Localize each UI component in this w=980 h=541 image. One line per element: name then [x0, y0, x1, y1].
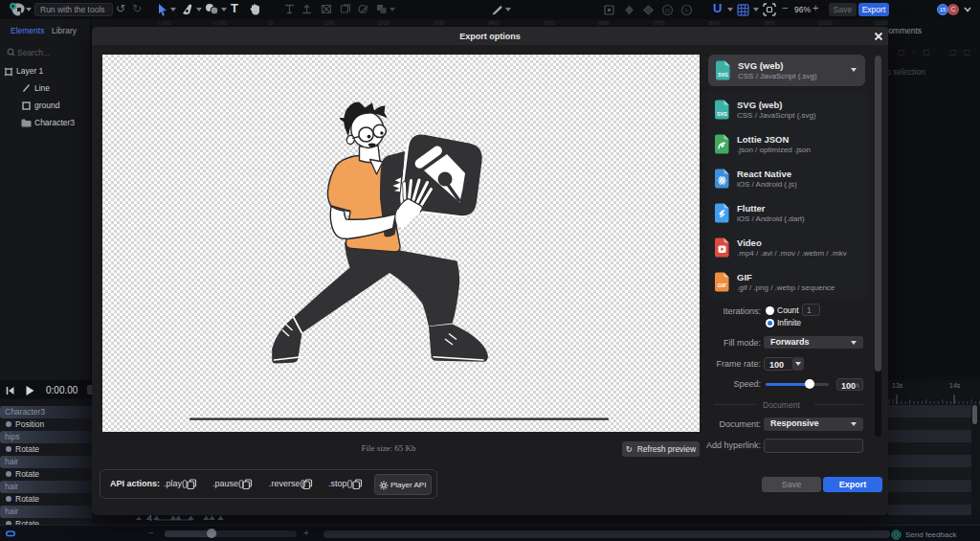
svg-text:↻: ↻	[684, 7, 688, 12]
svg-text:GIF: GIF	[718, 282, 727, 288]
svg-text:10: 10	[665, 7, 671, 12]
svg-text:SVG: SVG	[717, 111, 727, 117]
svg-text:SVG: SVG	[718, 72, 728, 78]
